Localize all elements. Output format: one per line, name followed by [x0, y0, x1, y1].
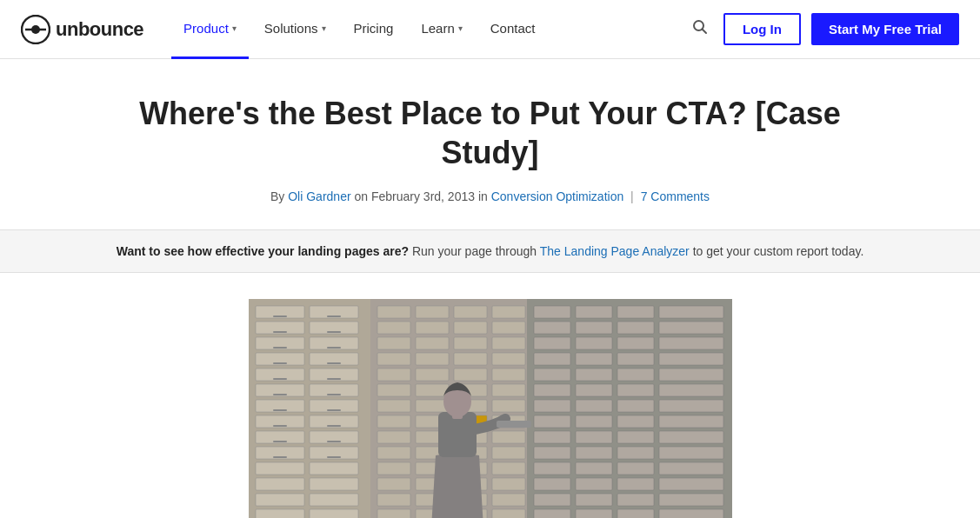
cta-button[interactable]: Start My Free Trial — [811, 13, 959, 45]
chevron-down-icon: ▾ — [458, 23, 463, 33]
svg-rect-63 — [492, 322, 525, 334]
svg-rect-164 — [659, 494, 723, 506]
svg-rect-30 — [310, 478, 358, 490]
svg-rect-75 — [492, 369, 525, 381]
svg-rect-70 — [454, 353, 487, 365]
svg-rect-116 — [659, 306, 723, 318]
svg-rect-173 — [452, 410, 463, 419]
search-icon — [692, 19, 708, 35]
svg-rect-44 — [327, 378, 341, 380]
svg-rect-53 — [273, 456, 287, 458]
main-navigation: unbounce Product ▾ Solutions ▾ Pricing L… — [0, 0, 980, 59]
svg-rect-149 — [534, 447, 570, 459]
svg-rect-43 — [273, 378, 287, 380]
svg-rect-131 — [617, 369, 654, 381]
svg-rect-129 — [534, 369, 570, 381]
svg-rect-148 — [659, 431, 723, 443]
svg-rect-52 — [327, 441, 341, 442]
svg-rect-76 — [377, 384, 410, 396]
analyzer-link[interactable]: The Landing Page Analyzer — [540, 244, 690, 258]
svg-rect-62 — [454, 322, 487, 334]
svg-rect-137 — [534, 400, 570, 412]
logo-link[interactable]: unbounce — [21, 15, 143, 44]
svg-rect-157 — [534, 478, 570, 490]
svg-rect-155 — [617, 462, 654, 475]
svg-rect-57 — [416, 306, 449, 318]
svg-rect-115 — [617, 306, 654, 318]
svg-rect-132 — [659, 369, 723, 381]
nav-item-solutions[interactable]: Solutions ▾ — [252, 0, 338, 59]
nav-item-contact[interactable]: Contact — [478, 0, 548, 59]
svg-rect-47 — [273, 409, 287, 411]
svg-rect-124 — [659, 337, 723, 349]
svg-rect-27 — [256, 462, 304, 475]
pipe-separator: | — [630, 189, 634, 203]
svg-rect-143 — [617, 415, 654, 428]
comments-link[interactable]: 7 Comments — [641, 189, 710, 203]
svg-rect-99 — [492, 462, 525, 475]
svg-rect-103 — [492, 478, 525, 490]
svg-rect-56 — [377, 306, 410, 318]
svg-rect-108 — [377, 509, 410, 518]
svg-rect-135 — [617, 384, 654, 396]
svg-rect-83 — [492, 400, 525, 412]
svg-rect-37 — [273, 331, 287, 333]
category-link[interactable]: Conversion Optimization — [491, 189, 624, 203]
svg-rect-172 — [497, 421, 531, 428]
svg-rect-140 — [659, 400, 723, 412]
svg-rect-144 — [659, 415, 723, 428]
svg-rect-134 — [576, 384, 612, 396]
svg-rect-145 — [534, 431, 570, 443]
svg-rect-104 — [377, 494, 410, 506]
svg-rect-42 — [327, 362, 341, 364]
svg-rect-72 — [377, 369, 410, 381]
svg-rect-28 — [310, 462, 358, 475]
svg-rect-136 — [659, 384, 723, 396]
svg-rect-151 — [617, 447, 654, 459]
svg-rect-147 — [617, 431, 654, 443]
article-date: February 3rd, 2013 — [371, 189, 475, 203]
svg-rect-45 — [273, 394, 287, 395]
nav-item-learn[interactable]: Learn ▾ — [409, 0, 474, 59]
login-button[interactable]: Log In — [723, 13, 801, 45]
article-image — [249, 299, 732, 518]
svg-rect-160 — [659, 478, 723, 490]
svg-rect-60 — [377, 322, 410, 334]
svg-rect-127 — [617, 353, 654, 365]
svg-rect-36 — [327, 315, 341, 317]
svg-rect-35 — [273, 315, 287, 317]
chevron-down-icon: ▾ — [232, 23, 237, 33]
svg-rect-141 — [534, 415, 570, 428]
svg-rect-58 — [454, 306, 487, 318]
nav-item-pricing[interactable]: Pricing — [342, 0, 406, 59]
article-meta: By Oli Gardner on February 3rd, 2013 in … — [137, 189, 843, 203]
logo-icon — [21, 15, 50, 44]
svg-rect-166 — [576, 509, 612, 518]
nav-item-product[interactable]: Product ▾ — [171, 0, 249, 59]
svg-rect-79 — [492, 384, 525, 396]
chevron-down-icon: ▾ — [322, 23, 326, 33]
svg-rect-154 — [576, 462, 612, 475]
svg-rect-38 — [327, 331, 341, 333]
svg-rect-77 — [416, 384, 449, 396]
svg-rect-128 — [659, 353, 723, 365]
promo-suffix-text: to get your custom report today. — [690, 244, 864, 258]
svg-rect-74 — [454, 369, 487, 381]
svg-rect-133 — [534, 384, 570, 396]
svg-rect-113 — [534, 306, 570, 318]
svg-rect-107 — [492, 494, 525, 506]
svg-rect-119 — [617, 322, 654, 334]
in-text: in — [478, 189, 491, 203]
svg-rect-32 — [310, 494, 358, 506]
svg-rect-73 — [416, 369, 449, 381]
svg-rect-49 — [273, 425, 287, 427]
search-button[interactable] — [687, 14, 713, 44]
svg-rect-152 — [659, 447, 723, 459]
svg-rect-67 — [492, 337, 525, 349]
svg-rect-150 — [576, 447, 612, 459]
svg-rect-125 — [534, 353, 570, 365]
svg-rect-165 — [534, 509, 570, 518]
author-link[interactable]: Oli Gardner — [288, 189, 350, 203]
promo-banner: Want to see how effective your landing p… — [0, 229, 980, 273]
svg-rect-50 — [327, 425, 341, 427]
